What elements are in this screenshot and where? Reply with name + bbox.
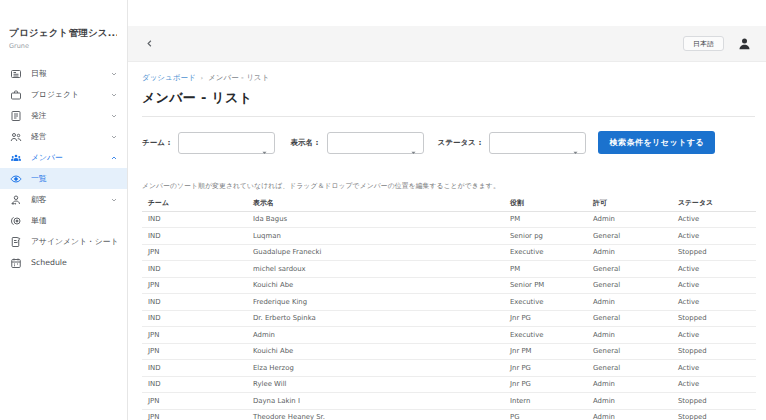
table-row[interactable]: JPN Admin Executive Admin Active [142,327,756,344]
caret-down-icon [261,141,268,148]
sidebar-item-label: 発注 [31,110,110,121]
chevron-down-icon [110,91,118,99]
cell-role: Executive [504,294,587,311]
cell-status: Stopped [672,244,756,261]
column-header-status: ステータス [672,196,756,211]
cell-name: Frederique King [247,294,504,311]
cell-status: Active [672,294,756,311]
cell-team: IND [142,376,247,393]
sidebar-item-label: 日報 [31,68,110,79]
sidebar-item-label: 単価 [31,215,118,226]
cell-permission: General [587,228,672,245]
sidebar-item-label: 経営 [31,131,110,142]
cell-role: Executive [504,244,587,261]
group-icon [10,152,22,164]
cell-role: Executive [504,327,587,344]
sidebar-item-assignment-sheet[interactable]: アサインメント・シート [0,231,127,252]
cell-permission: Admin [587,244,672,261]
user-avatar-icon[interactable] [736,36,752,52]
language-button[interactable]: 日本語 [683,36,724,51]
table-row[interactable]: JPN Kouichi Abe Senior PM General Active [142,277,756,294]
cell-team: IND [142,310,247,327]
team-filter-label: チーム : [142,138,170,148]
sidebar-item-order[interactable]: 発注 [0,105,127,126]
reset-search-button[interactable]: 検索条件をリセットする [598,131,715,154]
sidebar-item-project[interactable]: プロジェクト [0,84,127,105]
breadcrumb-dashboard-link[interactable]: ダッシュボード [142,73,196,83]
chevron-down-icon [110,112,118,120]
caret-down-icon [572,141,579,148]
cell-name: Luqman [247,228,504,245]
cell-role: PM [504,211,587,228]
display-name-select[interactable] [327,132,424,154]
cell-team: JPN [142,277,247,294]
sidebar-item-members[interactable]: メンバー [0,147,127,168]
sidebar-item-label: アサインメント・シート [31,236,118,247]
app-subtitle: Grune [9,42,117,50]
status-filter-label: ステータス : [438,138,482,148]
drag-drop-note: メンバーのソート順が変更されていなければ、ドラッグ＆ドロップでメンバーの位置を編… [142,181,756,191]
cell-status: Active [672,376,756,393]
sidebar-item-management[interactable]: 経営 [0,126,127,147]
cell-permission: General [587,277,672,294]
table-row[interactable]: IND Dr. Erberto Spinka Jnr PG General St… [142,310,756,327]
status-select[interactable] [489,132,586,154]
table-row[interactable]: IND Ida Bagus PM Admin Active [142,211,756,228]
document-pen-icon [10,236,22,248]
chevron-down-icon [110,196,118,204]
column-header-role: 役割 [504,196,587,211]
cell-team: JPN [142,327,247,344]
table-row[interactable]: IND Rylee Will Jnr PG Admin Active [142,376,756,393]
cell-team: JPN [142,244,247,261]
sidebar-item-unit-price[interactable]: 単価 [0,210,127,231]
cell-name: Guadalupe Franecki [247,244,504,261]
sidebar: プロジェクト管理シス... Grune 日報 プロジェクト [0,0,128,420]
sidebar-item-label: Schedule [31,258,118,267]
sidebar-item-label: プロジェクト [31,89,110,100]
cell-permission: General [587,310,672,327]
sidebar-item-daily-report[interactable]: 日報 [0,63,127,84]
eye-icon [10,173,22,185]
sidebar-item-label: 一覧 [31,173,118,184]
report-card-icon [10,68,22,80]
cell-name: Kouichi Abe [247,343,504,360]
members-table: チーム 表示名 役割 許可 ステータス IND Ida Bagus PM Adm… [142,196,756,420]
sidebar-item-member-list[interactable]: 一覧 [0,168,127,189]
cell-name: Ida Bagus [247,211,504,228]
cell-status: Active [672,228,756,245]
cell-team: JPN [142,393,247,410]
page-title: メンバー - リスト [142,89,756,107]
collapse-sidebar-button[interactable] [144,38,156,50]
cell-role: PG [504,409,587,420]
table-row[interactable]: JPN Theodore Heaney Sr. PG Admin Stopped [142,409,756,420]
table-row[interactable]: IND Frederique King Executive Admin Acti… [142,294,756,311]
cell-team: JPN [142,343,247,360]
table-row[interactable]: JPN Kouichi Abe Jnr PM General Stopped [142,343,756,360]
chevron-up-icon [110,154,118,162]
column-header-display-name: 表示名 [247,196,504,211]
app-title: プロジェクト管理シス... [9,27,117,40]
cell-role: Intern [504,393,587,410]
table-row[interactable]: JPN Guadalupe Franecki Executive Admin S… [142,244,756,261]
cell-permission: Admin [587,211,672,228]
cell-permission: General [587,261,672,278]
table-row[interactable]: JPN Dayna Lakin I Intern Admin Stopped [142,393,756,410]
cell-name: Kouichi Abe [247,277,504,294]
sidebar-item-schedule[interactable]: Schedule [0,252,127,273]
cell-team: IND [142,360,247,377]
cell-permission: General [587,343,672,360]
cell-role: Jnr PG [504,376,587,393]
cell-role: Jnr PG [504,360,587,377]
cell-role: PM [504,261,587,278]
cell-team: IND [142,294,247,311]
team-select[interactable] [178,132,275,154]
table-row[interactable]: IND Luqman Senior pg General Active [142,228,756,245]
cell-status: Stopped [672,310,756,327]
table-row[interactable]: IND michel sardoux PM General Active [142,261,756,278]
cell-team: JPN [142,409,247,420]
cell-permission: Admin [587,376,672,393]
sidebar-item-customers[interactable]: 顧客 [0,189,127,210]
sidebar-nav: 日報 プロジェクト 発注 [0,63,127,273]
cell-permission: General [587,360,672,377]
table-row[interactable]: IND Elza Herzog Jnr PG General Active [142,360,756,377]
